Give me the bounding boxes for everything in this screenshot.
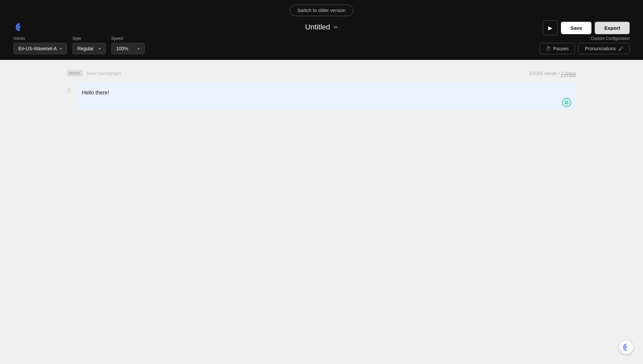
style-value: Regular — [77, 46, 94, 51]
text-block-container: ⠿ 12/1500 Hello there! G — [67, 82, 576, 111]
style-select[interactable]: Regular ▾ — [72, 43, 106, 54]
controls-left: Voices En-US-Wavenet-A ▾ Style Regular ▾… — [13, 36, 145, 54]
export-button[interactable]: Export — [595, 22, 630, 34]
controls-right: Custom Configuration ⏱ Pauses Pronunciat… — [540, 36, 630, 54]
new-paragraph-placeholder: New paragraph — [87, 70, 121, 76]
title-area: Untitled ✏ — [305, 23, 338, 31]
voices-chevron-icon: ▾ — [60, 47, 62, 51]
voices-control-group: Voices En-US-Wavenet-A ▾ — [13, 36, 67, 54]
speed-chevron-icon: ▾ — [138, 47, 140, 51]
switch-version-button[interactable]: Switch to older version — [290, 5, 353, 16]
new-paragraph-left: enter New paragraph — [67, 70, 121, 76]
voices-value: En-US-Wavenet-A — [18, 46, 57, 51]
header: Switch to older version Untitled ✏ ▶ Sav… — [0, 0, 643, 36]
drag-handle-icon[interactable]: ⠿ — [67, 88, 71, 94]
style-control-group: Style Regular ▾ — [72, 36, 106, 54]
custom-config-label: Custom Configuration — [591, 36, 630, 41]
style-label: Style — [72, 36, 106, 41]
speed-value: 100% — [116, 46, 128, 51]
pronunciations-icon: 🖊 — [619, 46, 623, 51]
grammarly-icon: G — [562, 98, 571, 107]
pauses-button[interactable]: ⏱ Pauses — [540, 43, 575, 54]
pauses-icon: ⏱ — [546, 46, 551, 51]
svg-point-5 — [626, 347, 627, 348]
editor-area: enter New paragraph 2/1000 words • 1 blo… — [0, 60, 643, 347]
enter-badge: enter — [67, 70, 83, 76]
document-title: Untitled — [305, 23, 330, 31]
svg-point-1 — [18, 26, 20, 28]
speed-select[interactable]: 100% ▾ — [111, 43, 145, 54]
svg-text:G: G — [565, 100, 568, 105]
pauses-label: Pauses — [553, 46, 569, 51]
pronunciations-label: Pronunciations — [585, 46, 616, 51]
speed-label: Speed — [111, 36, 145, 41]
edit-title-icon[interactable]: ✏ — [334, 24, 338, 30]
config-buttons: ⏱ Pauses Pronunciations 🖊 — [540, 43, 630, 54]
save-button[interactable]: Save — [561, 22, 591, 34]
header-actions: ▶ Save Export — [543, 20, 630, 35]
voices-label: Voices — [13, 36, 67, 41]
title-bar: Untitled ✏ ▶ Save Export — [13, 19, 630, 36]
logo — [13, 21, 25, 34]
char-count: 12/1500 — [560, 73, 576, 78]
controls-bar: Voices En-US-Wavenet-A ▾ Style Regular ▾… — [0, 36, 643, 60]
style-chevron-icon: ▾ — [99, 47, 101, 51]
text-block[interactable]: 12/1500 Hello there! G — [75, 82, 576, 111]
voices-select[interactable]: En-US-Wavenet-A ▾ — [13, 43, 67, 54]
text-block-content[interactable]: Hello there! — [82, 88, 569, 97]
pronunciations-button[interactable]: Pronunciations 🖊 — [578, 43, 630, 54]
top-bar: Switch to older version — [13, 0, 630, 19]
new-paragraph-row: enter New paragraph 2/1000 words • 1 blo… — [67, 70, 576, 76]
play-icon: ▶ — [548, 25, 552, 31]
word-count-text: 2/1000 words — [529, 71, 557, 76]
bottom-right-logo — [620, 341, 633, 354]
speed-control-group: Speed 100% ▾ — [111, 36, 145, 54]
play-button[interactable]: ▶ — [543, 20, 558, 35]
